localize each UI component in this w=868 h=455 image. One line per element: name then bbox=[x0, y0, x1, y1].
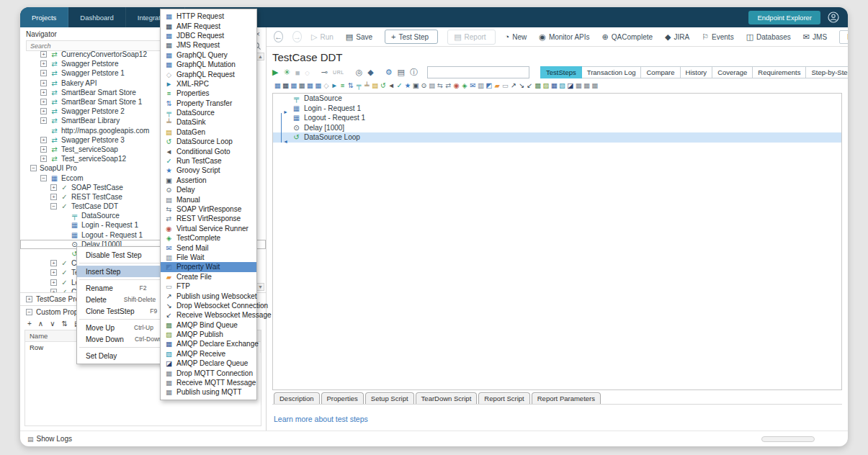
insert-step-menu-item[interactable]: ▦ GraphQL Query bbox=[161, 50, 256, 60]
insert-step-menu-item[interactable]: ▩ AMQP Bind Queue bbox=[161, 320, 256, 330]
tree-expander[interactable]: + bbox=[40, 80, 47, 86]
forward-button[interactable]: → bbox=[292, 31, 302, 42]
report-button[interactable]: ▤ Report bbox=[447, 30, 495, 45]
detail-tab[interactable]: Setup Script bbox=[365, 392, 414, 404]
insert-step-menu-item[interactable]: ◄ Conditional Goto bbox=[161, 146, 256, 156]
tree-expander[interactable]: − bbox=[50, 203, 57, 210]
insert-step-menu-item[interactable]: ╧ DataSink bbox=[161, 117, 256, 127]
insert-step-menu-item[interactable]: ★ Groovy Script bbox=[161, 166, 256, 175]
url-button[interactable]: URL bbox=[333, 70, 344, 75]
qacomplete-button[interactable]: ⊕ QAComplete bbox=[602, 32, 656, 42]
auth-button[interactable]: ⊸ bbox=[321, 68, 328, 77]
insert-step-menu-item[interactable]: ◈ TestComplete bbox=[161, 233, 256, 243]
insert-step-menu-item[interactable]: ▦ AMF Request bbox=[161, 21, 256, 30]
step-type-icon[interactable]: ▤ bbox=[429, 81, 436, 89]
tree-expander[interactable]: + bbox=[40, 51, 47, 58]
step-type-icon[interactable]: ▣ bbox=[412, 81, 419, 89]
step-type-icon[interactable]: ⇅ bbox=[347, 81, 354, 89]
run-testcase-button[interactable]: ▶ bbox=[272, 68, 278, 77]
step-type-icon[interactable]: ★ bbox=[404, 81, 411, 89]
property-move-up-button[interactable]: ∧ bbox=[38, 320, 43, 328]
collapse-icon[interactable]: + bbox=[26, 296, 32, 302]
tree-expander[interactable]: + bbox=[40, 108, 47, 114]
insert-step-menu-item[interactable]: ✉ Send Mail bbox=[161, 243, 256, 252]
step-type-icon[interactable]: ▦ bbox=[314, 81, 321, 89]
back-button[interactable]: ← bbox=[274, 31, 283, 42]
step-type-icon[interactable]: ⇄ bbox=[444, 81, 452, 89]
insert-step-menu-item[interactable]: ↘ Drop Websocket Connection bbox=[161, 301, 256, 310]
tree-expander[interactable]: + bbox=[50, 260, 57, 266]
tree-expander[interactable]: + bbox=[50, 194, 57, 200]
run-button[interactable]: ▷ Run bbox=[311, 32, 336, 42]
test-step-row[interactable]: ↺ DataSource Loop bbox=[273, 132, 841, 143]
tree-expander[interactable]: + bbox=[40, 70, 47, 76]
step-type-icon[interactable]: ▦ bbox=[274, 81, 281, 89]
step-type-icon[interactable]: ✓ bbox=[395, 81, 403, 89]
insert-step-menu-item[interactable]: ▣ Assertion bbox=[161, 176, 256, 185]
insert-step-menu-item[interactable]: ◩ Property Wait bbox=[161, 262, 256, 271]
tree-expander[interactable]: + bbox=[50, 269, 57, 276]
tree-expander[interactable]: + bbox=[40, 89, 47, 96]
step-type-icon[interactable]: ▦ bbox=[290, 81, 297, 89]
horizontal-scrollbar[interactable] bbox=[761, 436, 815, 442]
context-menu-item[interactable] bbox=[79, 263, 169, 263]
step-type-icon[interactable]: ▦ bbox=[306, 81, 313, 89]
context-menu-item[interactable]: Clone TestStep F9 bbox=[77, 305, 171, 317]
tree-expander[interactable]: + bbox=[40, 156, 47, 162]
account-icon[interactable] bbox=[828, 12, 839, 23]
monitor-apis-button[interactable]: ◉ Monitor APIs bbox=[539, 32, 592, 42]
insert-step-menu-item[interactable]: ◪ AMQP Declare Queue bbox=[161, 359, 256, 368]
insert-step-menu-item[interactable]: ↗ Publish using Websocket bbox=[161, 291, 256, 300]
property-move-down-button[interactable]: ∨ bbox=[50, 320, 55, 328]
insert-step-menu-item[interactable]: ⇄ REST VirtResponse bbox=[161, 214, 256, 223]
step-type-icon[interactable]: ◩ bbox=[486, 81, 493, 89]
context-menu-item[interactable]: Move Down Ctrl-Down bbox=[77, 333, 171, 345]
context-menu-item[interactable] bbox=[79, 347, 169, 348]
step-type-icon[interactable]: ⇆ bbox=[437, 81, 444, 89]
endpoint-input[interactable] bbox=[427, 66, 529, 78]
insert-step-menu-item[interactable]: ► XML-RPC bbox=[161, 79, 256, 89]
step-type-icon[interactable]: ▤ bbox=[372, 81, 379, 89]
insert-step-menu-item[interactable]: ▦ HTTP Request bbox=[161, 12, 256, 21]
collapse-icon[interactable]: − bbox=[26, 309, 32, 315]
insert-step-menu-item[interactable]: ▦ JDBC Request bbox=[161, 31, 256, 40]
top-nav-tab[interactable]: Dashboard bbox=[68, 7, 125, 27]
insert-step-menu-item[interactable]: ▦ AMQP Declare Exchange bbox=[161, 339, 256, 348]
detail-tab[interactable]: Report Parameters bbox=[532, 392, 601, 404]
add-test-step-button[interactable]: + Test Step bbox=[385, 30, 438, 44]
step-type-icon[interactable]: ↙ bbox=[526, 81, 533, 89]
step-type-icon[interactable]: ▦ bbox=[550, 81, 558, 89]
insert-step-menu-item[interactable]: ▦ JMS Request bbox=[161, 40, 256, 50]
jira-button[interactable]: ◆ JIRA bbox=[665, 32, 692, 42]
databases-button[interactable]: ◫ Databases bbox=[746, 32, 794, 42]
insert-step-menu-item[interactable]: ▤ DataGen bbox=[161, 127, 256, 137]
insert-step-menu-item[interactable]: ↙ Receive Websocket Message bbox=[161, 310, 256, 320]
step-type-icon[interactable]: ▥ bbox=[477, 81, 484, 89]
save-button[interactable]: ▤ Save bbox=[346, 32, 375, 42]
tree-expander[interactable]: + bbox=[50, 279, 57, 286]
tree-expander[interactable]: + bbox=[50, 289, 57, 292]
step-type-icon[interactable]: ► bbox=[331, 81, 338, 89]
test-step-row[interactable]: ▦ Login - Request 1 bbox=[273, 104, 841, 114]
add-property-button[interactable]: + bbox=[27, 320, 32, 328]
insert-step-menu-item[interactable]: ▨ AMQP Publish bbox=[161, 330, 256, 339]
settings-gear-button[interactable]: ⚙ bbox=[385, 68, 393, 77]
step-type-icon[interactable]: ╧ bbox=[363, 81, 370, 89]
detail-tab[interactable]: Properties bbox=[321, 392, 364, 404]
step-type-icon[interactable]: ◪ bbox=[567, 81, 574, 89]
context-menu-item[interactable]: Move Up Ctrl-Up bbox=[77, 322, 171, 333]
insert-step-menu-item[interactable]: ✓ Run TestCase bbox=[161, 156, 256, 166]
step-type-icon[interactable]: ↘ bbox=[518, 81, 525, 89]
tree-scroll-down-arrow[interactable]: ▼ bbox=[256, 283, 264, 291]
step-type-icon[interactable]: ✉ bbox=[469, 81, 476, 89]
context-menu-item[interactable] bbox=[79, 319, 169, 320]
insert-step-menu-item[interactable]: ≡ Properties bbox=[161, 89, 256, 98]
view-tab[interactable]: TestSteps bbox=[540, 66, 582, 78]
detail-tab[interactable]: TearDown Script bbox=[416, 392, 478, 404]
context-menu-item[interactable]: Insert Step ▸ bbox=[77, 266, 171, 277]
stop-button[interactable]: ■ bbox=[295, 68, 300, 77]
endpoint-target-button[interactable]: ◎ bbox=[356, 68, 363, 77]
view-tab[interactable]: Compare bbox=[641, 66, 680, 78]
tree-expander[interactable]: + bbox=[40, 146, 47, 153]
step-type-icon[interactable]: ▩ bbox=[534, 81, 542, 89]
